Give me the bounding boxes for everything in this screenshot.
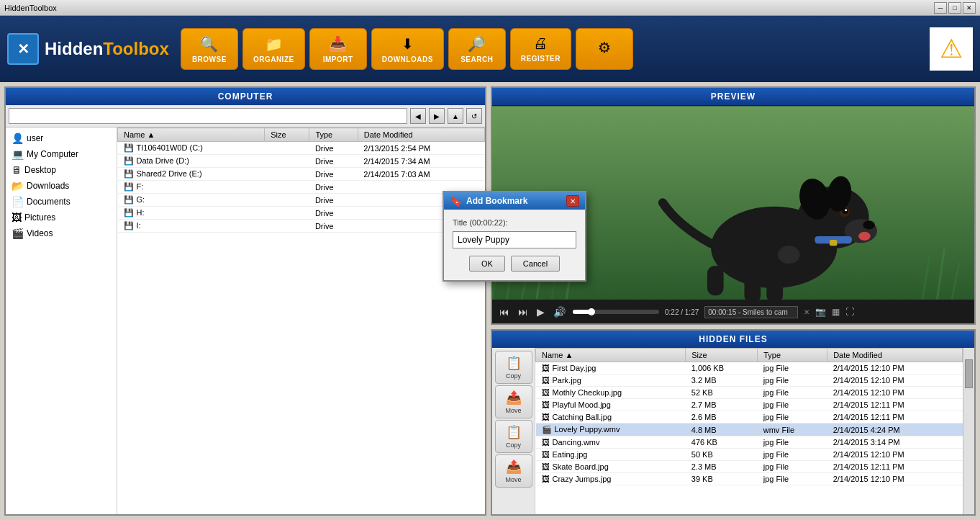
copy-top-icon: 📋 [506, 355, 522, 371]
skip-back-button[interactable]: ⏮ [498, 305, 511, 319]
alert-icon: ⚠ [930, 27, 973, 71]
nav-forward-button[interactable]: ▶ [429, 108, 445, 124]
hf-col-size[interactable]: Size [686, 349, 758, 362]
sidebar-item-my-computer[interactable]: 💻 My Computer [6, 146, 117, 162]
move-top-icon: 📤 [506, 390, 522, 405]
svg-point-17 [845, 209, 847, 211]
col-name[interactable]: Name ▲ [118, 128, 265, 142]
nav-organize-button[interactable]: 📁 ORGANIZE [242, 28, 305, 70]
copy-bottom-label: Copy [506, 441, 521, 449]
bookmark-input[interactable] [704, 306, 798, 318]
sidebar-item-videos[interactable]: 🎬 Videos [6, 225, 117, 241]
copy-top-label: Copy [506, 372, 521, 380]
minimize-button[interactable]: ─ [934, 2, 947, 14]
table-row[interactable]: 💾H: Drive [118, 207, 485, 220]
hidden-files-content: 📋 Copy 📤 Move 📋 Copy 📤 Move [492, 348, 974, 514]
sidebar-item-documents[interactable]: 📄 Documents [6, 194, 117, 210]
nav-up-button[interactable]: ▲ [448, 108, 463, 124]
sidebar-item-user[interactable]: 👤 user [6, 130, 117, 146]
register-label: REGISTER [521, 55, 561, 63]
search-label: SEARCH [460, 55, 493, 63]
list-item[interactable]: 🖼Catching Ball.jpg 2.6 MB jpg File 2/14/… [536, 411, 963, 423]
bookmark-icon: 🔖 [450, 195, 462, 207]
dialog-close-button[interactable]: ✕ [566, 195, 579, 207]
list-item[interactable]: 🖼Mothly Checkup.jpg 52 KB jpg File 2/14/… [536, 387, 963, 399]
maximize-button[interactable]: □ [948, 2, 961, 14]
table-row[interactable]: 💾G: Drive [118, 194, 485, 207]
organize-label: ORGANIZE [253, 55, 294, 63]
progress-bar[interactable] [573, 310, 659, 314]
main-content: COMPUTER ◀ ▶ ▲ ↺ 👤 user 💻 My Computer 🖥 [0, 82, 980, 520]
sidebar-item-downloads[interactable]: 📂 Downloads [6, 178, 117, 194]
play-button[interactable]: ▶ [535, 305, 546, 319]
list-item[interactable]: 🖼Dancing.wmv 476 KB jpg File 2/14/2015 3… [536, 436, 963, 449]
table-row[interactable]: 💾Data Drive (D:) Drive 2/14/2015 7:34 AM [118, 155, 485, 168]
copy-button-bottom[interactable]: 📋 Copy [495, 420, 532, 453]
svg-rect-24 [830, 240, 837, 246]
dialog-input[interactable] [453, 231, 576, 248]
svg-rect-20 [744, 269, 761, 300]
table-row[interactable]: 💾TI106401W0D (C:) Drive 2/13/2015 2:54 P… [118, 142, 485, 155]
computer-icon: 💻 [12, 148, 24, 160]
hf-col-date[interactable]: Date Modified [827, 349, 963, 362]
nav-register-button[interactable]: 🖨 REGISTER [510, 28, 571, 70]
import-label: IMPORT [323, 55, 353, 63]
nav-import-button[interactable]: 📥 IMPORT [309, 28, 367, 70]
list-item[interactable]: 🖼First Day.jpg 1,006 KB jpg File 2/14/20… [536, 362, 963, 375]
move-button-bottom[interactable]: 📤 Move [495, 454, 532, 488]
file-list-area: Name ▲ Size Type Date Modified 💾TI106401… [117, 127, 485, 514]
import-icon: 📥 [329, 35, 347, 53]
hidden-file-table: Name ▲ Size Type Date Modified 🖼First Da… [535, 348, 963, 485]
file-table: Name ▲ Size Type Date Modified 💾TI106401… [117, 127, 485, 233]
table-row[interactable]: 💾F: Drive [118, 181, 485, 194]
fullscreen-button[interactable]: ⛶ [845, 307, 854, 317]
dialog-buttons: OK Cancel [453, 256, 576, 272]
list-item[interactable]: 🖼Playful Mood.jpg 2.7 MB jpg File 2/14/2… [536, 399, 963, 411]
snapshot-button[interactable]: 📷 [815, 307, 826, 317]
hf-col-name[interactable]: Name ▲ [536, 349, 686, 362]
nav-downloads-button[interactable]: ⬇ DOWNLOADS [371, 28, 444, 70]
col-type[interactable]: Type [309, 128, 358, 142]
skip-forward-button[interactable]: ⏭ [517, 305, 530, 319]
search-icon: 🔎 [468, 35, 486, 53]
scroll-thumb[interactable] [965, 359, 973, 388]
list-item[interactable]: 🖼Eating.jpg 50 KB jpg File 2/14/2015 12:… [536, 449, 963, 461]
col-size[interactable]: Size [265, 128, 309, 142]
title-bar: HiddenToolbox ─ □ ✕ [0, 0, 980, 16]
grid-button[interactable]: ▦ [832, 307, 840, 317]
table-row[interactable]: 💾Shared2 Drive (E:) Drive 2/14/2015 7:03… [118, 168, 485, 181]
hidden-file-list: Name ▲ Size Type Date Modified 🖼First Da… [535, 348, 963, 514]
toolbar: ✕ HiddenToolbox 🔍 BROWSE 📁 ORGANIZE 📥 IM… [0, 16, 980, 82]
list-item[interactable]: 🖼Crazy Jumps.jpg 39 KB jpg File 2/14/201… [536, 473, 963, 485]
user-icon: 👤 [12, 133, 24, 144]
sidebar-item-pictures[interactable]: 🖼 Pictures [6, 210, 117, 225]
address-input[interactable] [9, 108, 407, 124]
browse-icon: 🔍 [200, 35, 218, 53]
nav-settings-button[interactable]: ⚙ [576, 28, 633, 70]
table-row[interactable]: 💾I: Drive [118, 220, 485, 233]
dialog-ok-button[interactable]: OK [469, 256, 505, 272]
list-item[interactable]: 🖼Skate Board.jpg 2.3 MB jpg File 2/14/20… [536, 461, 963, 473]
preview-panel-header: PREVIEW [492, 88, 974, 105]
sidebar-item-desktop[interactable]: 🖥 Desktop [6, 162, 117, 178]
svg-rect-21 [766, 269, 783, 300]
hf-col-type[interactable]: Type [758, 349, 827, 362]
close-button[interactable]: ✕ [963, 2, 976, 14]
nav-search-button[interactable]: 🔎 SEARCH [448, 28, 506, 70]
scrollbar[interactable] [963, 348, 974, 514]
nav-refresh-button[interactable]: ↺ [466, 108, 482, 124]
clear-bookmark-button[interactable]: ✕ [804, 308, 809, 316]
copy-button-top[interactable]: 📋 Copy [495, 351, 532, 384]
file-browser: 👤 user 💻 My Computer 🖥 Desktop 📂 Downloa… [6, 127, 485, 514]
move-bottom-icon: 📤 [506, 459, 522, 475]
col-date[interactable]: Date Modified [358, 128, 484, 142]
nav-back-button[interactable]: ◀ [410, 108, 426, 124]
svg-rect-22 [707, 266, 724, 295]
nav-browse-button[interactable]: 🔍 BROWSE [181, 28, 238, 70]
list-item[interactable]: 🎬Lovely Puppy.wmv 4.8 MB wmv File 2/14/2… [536, 423, 963, 436]
list-item[interactable]: 🖼Park.jpg 3.2 MB jpg File 2/14/2015 12:1… [536, 375, 963, 387]
move-button-top[interactable]: 📤 Move [495, 385, 532, 418]
volume-button[interactable]: 🔊 [552, 305, 567, 319]
documents-icon: 📄 [12, 196, 24, 207]
dialog-cancel-button[interactable]: Cancel [511, 256, 560, 272]
